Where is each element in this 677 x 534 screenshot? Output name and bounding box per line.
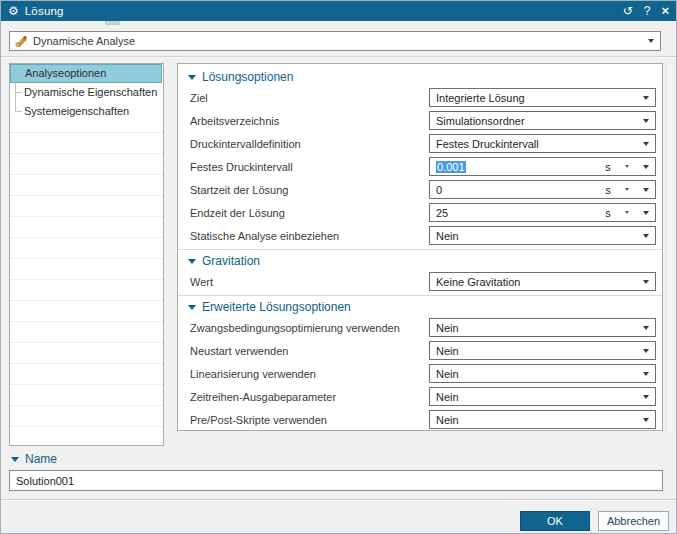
field-value: 0	[436, 184, 595, 196]
field-label: Arbeitsverzeichnis	[188, 115, 429, 127]
chevron-down-icon[interactable]	[643, 188, 649, 192]
empty-row	[10, 364, 163, 385]
collapse-triangle-icon	[188, 75, 196, 80]
unit-dropdown-icon[interactable]	[625, 165, 629, 168]
dropdown-value: Festes Druckintervall	[436, 138, 639, 150]
statische-analyse-dropdown[interactable]: Nein	[429, 226, 656, 245]
festes-druckintervall-input[interactable]: 0.001 s	[429, 157, 656, 176]
empty-row	[10, 301, 163, 322]
sidebar-item-dynamische-eigenschaften[interactable]: Dynamische Eigenschaften	[10, 83, 163, 102]
reset-icon[interactable]: ↺	[623, 5, 633, 17]
chevron-down-icon	[643, 349, 649, 353]
field-label: Festes Druckintervall	[188, 161, 429, 173]
startzeit-input[interactable]: 0 s	[429, 180, 656, 199]
linearisierung-dropdown[interactable]: Nein	[429, 364, 656, 383]
form-row: Druckintervalldefinition Festes Druckint…	[188, 132, 656, 155]
empty-row	[10, 154, 163, 175]
sidebar-item-label: Systemeigenschaften	[24, 105, 129, 117]
empty-row	[10, 121, 163, 133]
field-label: Statische Analyse einbeziehen	[188, 230, 429, 242]
empty-row	[10, 427, 163, 446]
solution-type-value: Dynamische Analyse	[33, 35, 135, 47]
dialog-drag-handle[interactable]	[105, 21, 120, 25]
form-row: Festes Druckintervall 0.001 s	[188, 155, 656, 178]
form-row: Pre/Post-Skripte verwenden Nein	[188, 408, 656, 431]
form-row: Startzeit der Lösung 0 s	[188, 178, 656, 201]
scrollbar-track[interactable]	[666, 63, 673, 431]
dropdown-value: Nein	[436, 322, 639, 334]
sidebar-item-label: Analyseoptionen	[25, 67, 106, 79]
chevron-down-icon	[643, 280, 649, 284]
close-icon[interactable]: ×	[661, 5, 669, 17]
gear-icon: ⚙	[8, 5, 19, 17]
form-row: Zwangsbedingungsoptimierung verwenden Ne…	[188, 316, 656, 339]
solution-name-input[interactable]: Solution001	[9, 470, 663, 491]
form-row: Neustart verwenden Nein	[188, 339, 656, 362]
field-value: 25	[436, 207, 595, 219]
unit-dropdown-icon[interactable]	[625, 211, 629, 214]
chevron-down-icon	[648, 39, 654, 43]
chevron-down-icon	[643, 418, 649, 422]
section-gravitation[interactable]: Gravitation	[188, 252, 656, 270]
dropdown-value: Simulationsordner	[436, 115, 639, 127]
druckintervalldefinition-dropdown[interactable]: Festes Druckintervall	[429, 134, 656, 153]
arbeitsverzeichnis-dropdown[interactable]: Simulationsordner	[429, 111, 656, 130]
empty-row	[10, 133, 163, 154]
empty-row	[10, 217, 163, 238]
unit-label: s	[599, 207, 617, 219]
chevron-down-icon[interactable]	[643, 165, 649, 169]
solution-name-value: Solution001	[16, 475, 74, 487]
sidebar-item-analyseoptionen[interactable]: Analyseoptionen	[10, 64, 162, 83]
empty-row	[10, 238, 163, 259]
form-row: Statische Analyse einbeziehen Nein	[188, 224, 656, 247]
chevron-down-icon	[643, 234, 649, 238]
dropdown-value: Nein	[436, 414, 639, 426]
group-separator	[178, 295, 662, 296]
form-row: Ziel Integrierte Lösung	[188, 86, 656, 109]
form-row: Wert Keine Gravitation	[188, 270, 656, 293]
dropdown-value: Nein	[436, 345, 639, 357]
gravitation-wert-dropdown[interactable]: Keine Gravitation	[429, 272, 656, 291]
unit-dropdown-icon[interactable]	[625, 188, 629, 191]
empty-row	[10, 280, 163, 301]
chevron-down-icon[interactable]	[643, 211, 649, 215]
analysis-options-form: Lösungsoptionen Ziel Integrierte Lösung …	[177, 63, 663, 431]
title-bar[interactable]: ⚙ Lösung ↺ ? ×	[1, 1, 676, 21]
neustart-dropdown[interactable]: Nein	[429, 341, 656, 360]
section-name[interactable]: Name	[11, 452, 57, 466]
section-erweiterte-loesungsoptionen[interactable]: Erweiterte Lösungsoptionen	[188, 298, 656, 316]
section-title: Lösungsoptionen	[202, 70, 293, 84]
field-value-selected: 0.001	[436, 161, 466, 173]
unit-label: s	[599, 161, 617, 173]
field-label: Startzeit der Lösung	[188, 184, 429, 196]
zeitreihen-ausgabeparameter-dropdown[interactable]: Nein	[429, 387, 656, 406]
dynamic-analysis-icon	[14, 34, 28, 48]
chevron-down-icon	[643, 372, 649, 376]
form-row: Arbeitsverzeichnis Simulationsordner	[188, 109, 656, 132]
endzeit-input[interactable]: 25 s	[429, 203, 656, 222]
field-label: Zwangsbedingungsoptimierung verwenden	[188, 322, 429, 334]
ziel-dropdown[interactable]: Integrierte Lösung	[429, 88, 656, 107]
sidebar-item-systemeigenschaften[interactable]: Systemeigenschaften	[10, 102, 163, 121]
field-label: Zeitreihen-Ausgabeparameter	[188, 391, 429, 403]
sidebar-item-label: Dynamische Eigenschaften	[24, 86, 157, 98]
zwangsbedingungsoptimierung-dropdown[interactable]: Nein	[429, 318, 656, 337]
chevron-down-icon	[643, 142, 649, 146]
field-label: Neustart verwenden	[188, 345, 429, 357]
section-loesungsoptionen[interactable]: Lösungsoptionen	[188, 68, 656, 86]
cancel-button[interactable]: Abbrechen	[598, 511, 669, 531]
unit-label: s	[599, 184, 617, 196]
section-title: Erweiterte Lösungsoptionen	[202, 300, 351, 314]
dialog-title: Lösung	[25, 5, 64, 17]
empty-row	[10, 322, 163, 343]
dropdown-value: Integrierte Lösung	[436, 92, 639, 104]
pre-post-skripte-dropdown[interactable]: Nein	[429, 410, 656, 429]
section-title: Name	[25, 452, 57, 466]
ok-button[interactable]: OK	[520, 511, 590, 531]
help-icon[interactable]: ?	[644, 5, 651, 17]
options-navigator: Analyseoptionen Dynamische Eigenschaften…	[9, 63, 164, 446]
separator-line	[1, 56, 676, 58]
field-label: Endzeit der Lösung	[188, 207, 429, 219]
dropdown-value: Keine Gravitation	[436, 276, 639, 288]
solution-type-dropdown[interactable]: Dynamische Analyse	[9, 31, 661, 51]
